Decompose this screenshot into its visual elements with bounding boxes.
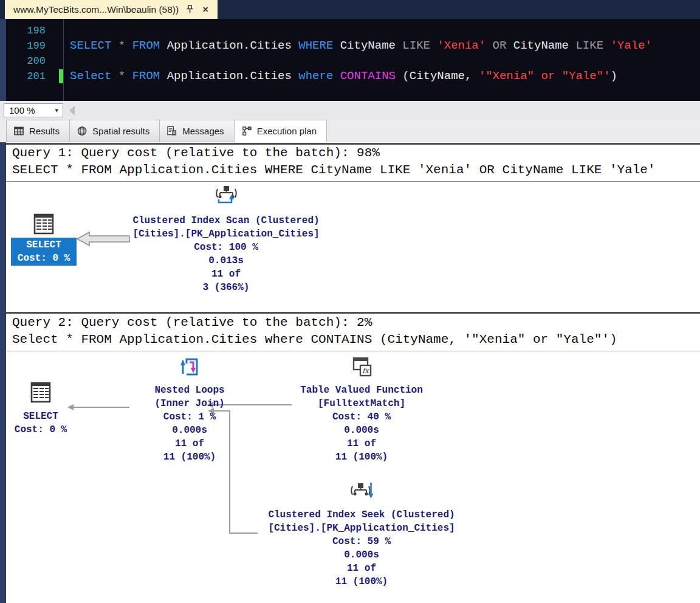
plan-node-line: Clustered Index Seek (Clustered) [264, 508, 459, 522]
zoom-level-value: 100 % [4, 105, 55, 115]
line-number: 201 [0, 69, 46, 84]
plan-node-line: Cost: 0 % [11, 252, 77, 265]
line-number: 198 [0, 23, 46, 38]
tab-spatial-results[interactable]: Spatial results [70, 120, 160, 142]
execution-plan-icon [242, 126, 252, 136]
plan-node-line: 11 of [117, 267, 335, 281]
document-tab-title: www.MyTecBits.com...Win\beaulin (58)) [13, 4, 179, 15]
change-tracking-bar [59, 39, 63, 53]
tab-label: Spatial results [92, 126, 149, 136]
table-valued-function-icon[interactable]: fx [351, 356, 374, 379]
query2-statement: Select * FROM Application.Cities where C… [12, 333, 617, 347]
clustered-index-seek-icon[interactable] [351, 480, 374, 503]
query1-statement: SELECT * FROM Application.Cities WHERE C… [12, 163, 656, 177]
close-icon[interactable]: × [201, 5, 210, 15]
change-tracking-bar [59, 54, 63, 68]
section-divider [0, 143, 700, 145]
sql-editor[interactable]: 198199SELECT * FROM Application.Cities W… [0, 19, 700, 101]
line-number: 200 [0, 53, 46, 69]
clustered-index-seek-node[interactable]: Clustered Index Seek (Clustered)[Cities]… [264, 508, 459, 588]
editor-line[interactable]: 199SELECT * FROM Application.Cities WHER… [0, 38, 700, 53]
plan-node-line: Cost: 40 % [289, 410, 434, 424]
plan-node-line: Table Valued Function [289, 384, 434, 397]
table-valued-function-node[interactable]: Table Valued Function[FulltextMatch]Cost… [289, 384, 434, 464]
scroll-left-arrow-icon[interactable] [69, 106, 75, 115]
editor-left-margin [0, 19, 6, 101]
document-tab[interactable]: www.MyTecBits.com...Win\beaulin (58)) × [5, 0, 218, 19]
plan-node-line: 11 of [289, 437, 434, 450]
editor-lines: 198199SELECT * FROM Application.Cities W… [0, 23, 700, 84]
plan-node-line: Clustered Index Scan (Clustered) [117, 214, 335, 227]
editor-line[interactable]: 198 [0, 23, 700, 38]
select-node-query2[interactable]: SELECTCost: 0 % [4, 410, 77, 436]
plan-node-line: 0.000s [129, 424, 250, 437]
editor-line[interactable]: 201Select * FROM Application.Cities wher… [0, 69, 700, 84]
chevron-down-icon: ▾ [55, 106, 63, 114]
code-text: SELECT * FROM Application.Cities WHERE C… [70, 38, 652, 53]
plan-node-line: 0.000s [264, 548, 459, 562]
plan-node-line: 11 (100%) [289, 450, 434, 464]
plan-node-line: Cost: 59 % [264, 535, 459, 548]
plan-node-line: Cost: 1 % [129, 410, 250, 424]
plan-node-line: SELECT [11, 238, 77, 252]
document-tabbar: www.MyTecBits.com...Win\beaulin (58)) × [0, 0, 700, 19]
query2-cost-header: Query 2: Query cost (relative to the bat… [12, 315, 372, 330]
section-divider [0, 181, 700, 182]
query1-plan-canvas[interactable]: SELECTCost: 0 % Clustered Index Scan (Cl… [0, 182, 700, 312]
plan-node-line: 11 of [264, 562, 459, 575]
plan-node-line: 11 of [129, 437, 250, 450]
change-tracking-bar [59, 24, 63, 38]
tab-messages[interactable]: Messages [160, 120, 234, 142]
select-node-query1[interactable]: SELECTCost: 0 % [11, 238, 77, 266]
tab-label: Execution plan [257, 126, 317, 136]
plan-node-line: 0.000s [289, 424, 434, 437]
clustered-index-scan-node[interactable]: Clustered Index Scan (Clustered)[Cities]… [117, 214, 335, 294]
query2-plan-canvas[interactable]: SELECTCost: 0 % Nested Loops(Inner Join)… [0, 353, 700, 603]
globe-icon [77, 126, 87, 136]
plan-node-line: SELECT [4, 410, 77, 423]
svg-text:fx: fx [362, 367, 369, 375]
plan-node-line: 0.013s [117, 254, 335, 267]
select-result-icon[interactable] [30, 381, 53, 404]
plan-node-line: (Inner Join) [129, 397, 250, 410]
execution-plan-pane[interactable]: Query 1: Query cost (relative to the bat… [0, 142, 700, 603]
plan-node-line: [Cities].[PK_Application_Cities] [264, 522, 459, 535]
tab-label: Messages [182, 126, 224, 136]
select-result-icon[interactable] [33, 213, 56, 236]
nested-loops-node[interactable]: Nested Loops(Inner Join)Cost: 1 %0.000s1… [129, 384, 250, 464]
section-divider [0, 351, 700, 351]
plan-node-line: Cost: 100 % [117, 241, 335, 254]
plan-node-line: [Cities].[PK_Application_Cities] [117, 227, 335, 241]
messages-icon [167, 126, 177, 136]
plan-node-line: Nested Loops [129, 384, 250, 397]
plan-node-line: 3 (366%) [117, 281, 335, 294]
nested-loops-icon[interactable] [179, 356, 202, 379]
plan-node-line: Cost: 0 % [4, 423, 77, 436]
editor-line[interactable]: 200 [0, 53, 700, 69]
query1-cost-header: Query 1: Query cost (relative to the bat… [12, 146, 380, 160]
tab-results[interactable]: Results [6, 120, 70, 142]
plan-node-line: 11 (100%) [264, 575, 459, 588]
line-number: 199 [0, 38, 46, 53]
section-divider [0, 312, 700, 314]
row-flow-arrow [0, 182, 700, 312]
change-tracking-bar [59, 69, 63, 83]
clustered-index-scan-icon[interactable] [214, 184, 238, 207]
code-text: Select * FROM Application.Cities where C… [70, 69, 617, 84]
plan-left-margin [0, 142, 6, 603]
results-tab-strip: Results Spatial results Messages Executi… [0, 120, 700, 142]
tab-label: Results [29, 126, 60, 136]
results-grid-icon [14, 126, 24, 136]
ssms-window: www.MyTecBits.com...Win\beaulin (58)) × … [0, 0, 700, 603]
editor-bottom-bar: 100 % ▾ [0, 101, 700, 120]
zoom-level-select[interactable]: 100 % ▾ [4, 103, 63, 117]
plan-node-line: 11 (100%) [129, 450, 250, 464]
tab-execution-plan[interactable]: Execution plan [235, 120, 327, 142]
plan-node-line: [FulltextMatch] [289, 397, 434, 410]
pin-icon[interactable] [185, 5, 194, 15]
